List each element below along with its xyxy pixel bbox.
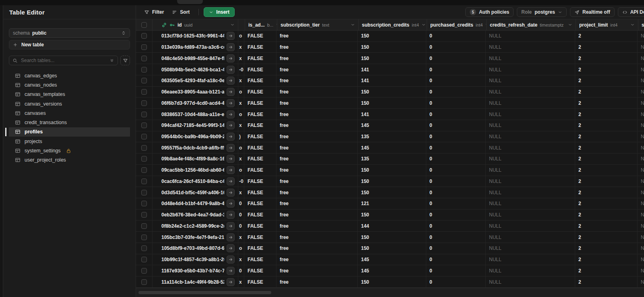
cell-is-admin[interactable]: FALSE	[244, 265, 277, 276]
expand-row-button[interactable]	[227, 222, 235, 230]
column-header-credits-refresh-date[interactable]: credits_refresh_datetimestamptz	[487, 19, 576, 30]
row-checkbox[interactable]	[141, 33, 147, 39]
cell-project-limit[interactable]: 2	[575, 154, 638, 164]
cell-subscription-credits[interactable]: 150	[358, 276, 426, 287]
cell-su-partial[interactable]: NULL	[638, 53, 644, 64]
cell-project-limit[interactable]: 2	[575, 142, 638, 153]
cell-select[interactable]	[136, 232, 153, 243]
cell-is-admin[interactable]: FALSE	[244, 109, 277, 120]
filter-button[interactable]: Filter	[140, 7, 168, 17]
cell-id[interactable]: 105d8bf9-e703-49bd-807d-645e...	[153, 243, 238, 254]
cell-clip[interactable]: -0	[238, 64, 244, 75]
row-checkbox[interactable]	[141, 78, 147, 83]
sort-button[interactable]: Sort	[168, 7, 194, 17]
cell-subscription-credits[interactable]: 141	[358, 109, 426, 120]
cell-id[interactable]: 0eb2b676-38ed-4ea7-9dad-38e6...	[153, 210, 238, 220]
column-menu-chevron-icon[interactable]	[230, 23, 235, 27]
expand-row-button[interactable]	[227, 88, 235, 96]
cell-select[interactable]	[136, 53, 153, 64]
cell-subscription-credits[interactable]: 145	[358, 254, 426, 265]
cell-purchased-credits[interactable]: 0	[426, 220, 486, 231]
cell-su-partial[interactable]: NULL	[638, 42, 644, 53]
cell-project-limit[interactable]: 2	[575, 176, 638, 187]
cell-id[interactable]: 105bc3b7-03fe-4e7f-9efa-21bb40...	[153, 232, 238, 243]
cell-subscription-credits[interactable]: 150	[358, 42, 426, 53]
cell-id[interactable]: 09b8ae4e-f48c-4f89-8a8c-1629b...	[153, 154, 238, 164]
cell-subscription-tier[interactable]: free	[277, 220, 358, 231]
cell-project-limit[interactable]: 2	[575, 187, 638, 198]
cell-subscription-tier[interactable]: free	[277, 165, 358, 176]
cell-subscription-credits[interactable]: 150	[358, 210, 426, 220]
cell-su-partial[interactable]: NULL	[638, 109, 644, 120]
cell-select[interactable]	[136, 243, 153, 254]
expand-row-button[interactable]	[227, 199, 235, 208]
cell-is-admin[interactable]: FALSE	[244, 187, 277, 198]
row-checkbox[interactable]	[141, 56, 147, 61]
cell-su-partial[interactable]: NULL	[638, 243, 644, 254]
cell-clip[interactable]: 0	[238, 198, 244, 209]
cell-id[interactable]: 013cf78d-1625-43fc-9961-442189...	[153, 31, 238, 42]
cell-credits-refresh-date[interactable]: NULL	[486, 120, 575, 131]
cell-is-admin[interactable]: FALSE	[244, 276, 277, 287]
cell-is-admin[interactable]: FALSE	[244, 31, 277, 42]
cell-clip[interactable]: x	[238, 154, 244, 164]
cell-select[interactable]	[136, 120, 153, 131]
expand-row-button[interactable]	[227, 144, 235, 152]
cell-clip[interactable]: x	[238, 254, 244, 265]
cell-subscription-tier[interactable]: free	[277, 120, 358, 131]
cell-su-partial[interactable]: NULL	[638, 198, 644, 209]
cell-credits-refresh-date[interactable]: NULL	[486, 75, 575, 86]
cell-clip[interactable]: o	[238, 109, 244, 120]
cell-subscription-tier[interactable]: free	[277, 109, 358, 120]
cell-subscription-credits[interactable]: 150	[358, 31, 426, 42]
row-checkbox[interactable]	[141, 235, 147, 240]
cell-subscription-tier[interactable]: free	[277, 210, 358, 220]
select-all-checkbox[interactable]	[141, 22, 147, 28]
cell-credits-refresh-date[interactable]: NULL	[486, 198, 575, 209]
cell-id[interactable]: 08386537-10d4-488a-a11e-eb5a6...	[153, 109, 238, 120]
cell-select[interactable]	[136, 154, 153, 164]
cell-subscription-tier[interactable]: free	[277, 198, 358, 209]
sidebar-table-user_project_roles[interactable]: user_project_roles	[9, 156, 130, 165]
cell-project-limit[interactable]: 2	[575, 243, 638, 254]
cell-subscription-credits[interactable]: 141	[358, 64, 426, 75]
expand-row-button[interactable]	[227, 255, 235, 264]
cell-purchased-credits[interactable]: 0	[426, 176, 486, 187]
expand-row-button[interactable]	[227, 66, 235, 74]
cell-subscription-credits[interactable]: 150	[358, 243, 426, 254]
cell-project-limit[interactable]: 2	[575, 254, 638, 265]
row-checkbox[interactable]	[141, 201, 147, 206]
expand-row-button[interactable]	[227, 155, 235, 163]
cell-project-limit[interactable]: 2	[575, 276, 638, 287]
cell-su-partial[interactable]: NULL	[638, 142, 644, 153]
cell-id[interactable]: 0d3d541d-bf5c-459f-a406-16b93...	[153, 187, 238, 198]
cell-purchased-credits[interactable]: 0	[426, 64, 486, 75]
column-header-is-admin[interactable]: is_ad...b...	[245, 19, 277, 30]
row-checkbox[interactable]	[141, 245, 147, 251]
cell-select[interactable]	[136, 187, 153, 198]
cell-is-admin[interactable]: FALSE	[244, 165, 277, 176]
cell-select[interactable]	[136, 142, 153, 153]
cell-su-partial[interactable]: NULL	[638, 176, 644, 187]
cell-credits-refresh-date[interactable]: NULL	[486, 131, 575, 142]
cell-purchased-credits[interactable]: 0	[426, 243, 486, 254]
cell-is-admin[interactable]: FALSE	[244, 210, 277, 220]
cell-project-limit[interactable]: 2	[575, 53, 638, 64]
cell-subscription-tier[interactable]: free	[277, 131, 358, 142]
cell-id[interactable]: 0cac6fca-26cf-4510-84ba-c4580...	[153, 176, 238, 187]
cell-su-partial[interactable]: NULL	[638, 232, 644, 243]
cell-select[interactable]	[136, 198, 153, 209]
cell-clip[interactable]: x	[238, 232, 244, 243]
cell-subscription-credits[interactable]: 150	[358, 176, 426, 187]
cell-project-limit[interactable]: 2	[575, 42, 638, 53]
row-checkbox[interactable]	[141, 112, 147, 117]
cell-id[interactable]: 094caf42-7185-4e45-99f3-14abee...	[153, 120, 238, 131]
cell-select[interactable]	[136, 176, 153, 187]
cell-id[interactable]: 0f8b24e2-c1c2-4589-99ce-2c52d...	[153, 220, 238, 231]
cell-project-limit[interactable]: 2	[575, 210, 638, 220]
cell-su-partial[interactable]: NULL	[638, 210, 644, 220]
cell-purchased-credits[interactable]: 0	[426, 98, 486, 108]
cell-select[interactable]	[136, 42, 153, 53]
cell-id[interactable]: 1167e930-e5b0-43b7-b74c-788c9...	[153, 265, 238, 276]
cell-subscription-credits[interactable]: 150	[358, 98, 426, 108]
